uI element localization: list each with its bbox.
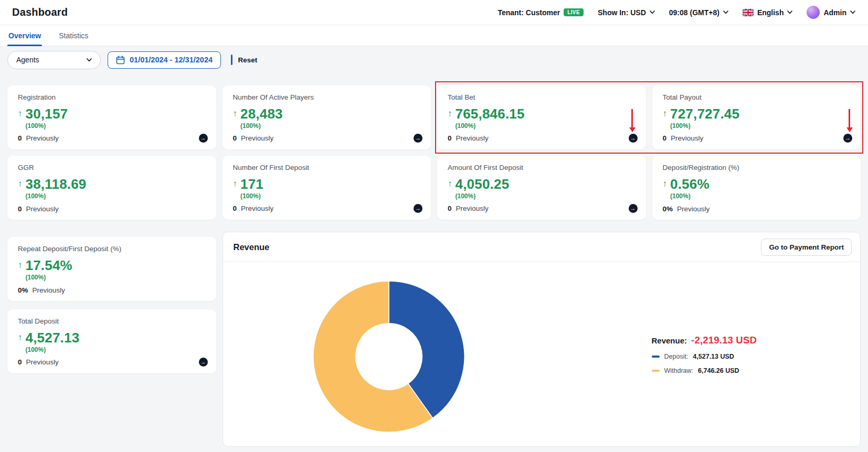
go-to-report-icon[interactable]: → xyxy=(629,134,638,143)
up-trend-icon: ↑ xyxy=(18,331,23,345)
previous-value: 0 xyxy=(233,205,237,212)
stat-card-percent: (100%) xyxy=(26,192,87,200)
top-header: Dashboard Tenant: Customer LIVE Show In:… xyxy=(0,0,868,25)
withdraw-legend-marker xyxy=(652,370,660,372)
stat-card-percent: (100%) xyxy=(240,192,263,200)
up-trend-icon: ↑ xyxy=(663,177,668,191)
go-to-report-icon[interactable]: → xyxy=(843,134,852,143)
stat-card-value: 17.54% xyxy=(26,259,72,273)
stat-card-total-payout: Total Payout ↑ 727,727.45 (100%) 0 Previ… xyxy=(652,85,861,149)
stat-card-value: 727,727.45 xyxy=(670,107,739,121)
up-trend-icon: ↑ xyxy=(18,107,23,121)
stat-cards-row-2: GGR ↑ 38,118.69 (100%) 0 Previously Numb… xyxy=(7,156,861,220)
live-badge: LIVE xyxy=(564,8,584,16)
revenue-legend: Revenue: -2,219.13 USD Deposit: 4,527.13… xyxy=(652,335,757,374)
stat-card-percent: (100%) xyxy=(670,122,739,130)
tab-statistics[interactable]: Statistics xyxy=(59,25,88,46)
up-trend-icon: ↑ xyxy=(663,107,668,121)
revenue-panel: Revenue Go to Payment Report Revenue: -2… xyxy=(223,232,861,447)
language-label: English xyxy=(757,8,784,17)
previous-value: 0 xyxy=(448,205,452,212)
reset-wrap: Reset xyxy=(231,55,257,65)
divider xyxy=(231,55,232,65)
stat-cards-row-1: Registration ↑ 30,157 (100%) 0 Previousl… xyxy=(7,85,861,149)
stat-card-percent: (100%) xyxy=(456,192,510,200)
previous-value: 0% xyxy=(18,286,28,294)
previous-label: Previously xyxy=(456,205,489,212)
withdraw-legend-value: 6,746.26 USD xyxy=(698,367,739,374)
stat-card-title: Total Payout xyxy=(663,93,853,101)
stat-card-value: 4,527.13 xyxy=(26,331,80,345)
previous-value: 0 xyxy=(18,205,22,213)
stat-card-title: Total Bet xyxy=(448,93,638,101)
go-to-report-icon[interactable]: → xyxy=(199,134,208,143)
stat-card-registration: Registration ↑ 30,157 (100%) 0 Previousl… xyxy=(7,85,216,149)
go-to-report-icon[interactable]: → xyxy=(629,204,638,213)
tab-bar: Overview Statistics xyxy=(0,25,868,46)
timezone-dropdown[interactable]: 09:08 (GMT+8) xyxy=(669,8,728,17)
date-range-button[interactable]: 01/01/2024 - 12/31/2024 xyxy=(108,51,221,69)
stat-card-percent: (100%) xyxy=(670,192,710,200)
stat-card-title: Repeat Deposit/First Deposit (%) xyxy=(18,245,208,253)
stat-card-title: Deposit/Registration (%) xyxy=(663,164,853,171)
avatar xyxy=(807,6,820,19)
up-trend-icon: ↑ xyxy=(448,177,452,191)
stat-card-value: 4,050.25 xyxy=(456,177,510,191)
header-controls: Tenant: Customer LIVE Show In: USD 09:08… xyxy=(497,6,855,19)
legend-item-withdraw: Withdraw: 6,746.26 USD xyxy=(652,367,757,374)
chevron-down-icon xyxy=(87,58,92,62)
stat-card-ggr: GGR ↑ 38,118.69 (100%) 0 Previously xyxy=(7,156,216,220)
previous-label: Previously xyxy=(671,134,703,142)
page-title: Dashboard xyxy=(12,6,68,18)
stat-card-value: 30,157 xyxy=(26,107,68,121)
previous-value: 0 xyxy=(233,134,237,142)
previous-label: Previously xyxy=(456,134,489,142)
uk-flag-icon xyxy=(743,9,754,16)
left-stat-column: Repeat Deposit/First Deposit (%) ↑ 17.54… xyxy=(7,232,216,373)
stat-card-title: Number Of Active Players xyxy=(233,93,423,101)
tab-overview[interactable]: Overview xyxy=(8,25,41,46)
time-label: 09:08 (GMT+8) xyxy=(669,8,719,17)
previous-label: Previously xyxy=(33,286,65,294)
reset-button[interactable]: Reset xyxy=(238,56,258,64)
revenue-total-label: Revenue: xyxy=(652,336,687,345)
stat-card-active-players: Number Of Active Players ↑ 28,483 (100%)… xyxy=(223,85,431,149)
currency-dropdown[interactable]: Show In: USD xyxy=(598,8,655,17)
language-dropdown[interactable]: English xyxy=(743,8,793,17)
previous-value: 0 xyxy=(18,134,22,142)
legend-item-deposit: Deposit: 4,527.13 USD xyxy=(652,353,757,360)
previous-label: Previously xyxy=(241,205,273,212)
filter-bar: Agents 01/01/2024 - 12/31/2024 Reset xyxy=(7,50,861,69)
revenue-donut-chart xyxy=(312,279,466,434)
stat-card-deposit-registration: Deposit/Registration (%) ↑ 0.56% (100%) … xyxy=(652,156,861,220)
go-to-payment-report-button[interactable]: Go to Payment Report xyxy=(761,239,852,256)
stat-card-percent: (100%) xyxy=(240,122,283,130)
stat-card-value: 28,483 xyxy=(240,107,283,121)
stat-card-title: GGR xyxy=(18,164,208,171)
revenue-panel-header: Revenue Go to Payment Report xyxy=(223,232,861,262)
up-trend-icon: ↑ xyxy=(233,177,238,191)
revenue-panel-body: Revenue: -2,219.13 USD Deposit: 4,527.13… xyxy=(223,262,861,447)
deposit-legend-marker xyxy=(652,356,660,358)
user-menu[interactable]: Admin xyxy=(807,6,855,19)
revenue-total-row: Revenue: -2,219.13 USD xyxy=(652,335,757,346)
stat-card-percent: (100%) xyxy=(26,274,72,281)
stat-card-value: 765,846.15 xyxy=(456,107,525,121)
withdraw-legend-label: Withdraw: xyxy=(664,367,694,374)
main-content: Agents 01/01/2024 - 12/31/2024 Reset Reg… xyxy=(0,46,868,452)
go-to-report-icon[interactable]: → xyxy=(414,134,422,143)
previous-value: 0 xyxy=(448,134,452,142)
previous-label: Previously xyxy=(241,134,273,142)
go-to-report-icon[interactable]: → xyxy=(199,358,208,367)
go-to-report-icon[interactable]: → xyxy=(414,204,422,213)
chevron-down-icon xyxy=(723,10,728,14)
stat-card-value: 0.56% xyxy=(670,177,710,191)
agents-select-value: Agents xyxy=(16,56,39,64)
stat-card-repeat-deposit: Repeat Deposit/First Deposit (%) ↑ 17.54… xyxy=(7,237,216,301)
up-trend-icon: ↑ xyxy=(18,259,23,272)
up-trend-icon: ↑ xyxy=(233,107,238,121)
agents-select[interactable]: Agents xyxy=(7,51,101,69)
up-trend-icon: ↑ xyxy=(18,177,23,191)
previous-value: 0 xyxy=(18,358,22,366)
stat-card-value: 171 xyxy=(240,177,263,191)
